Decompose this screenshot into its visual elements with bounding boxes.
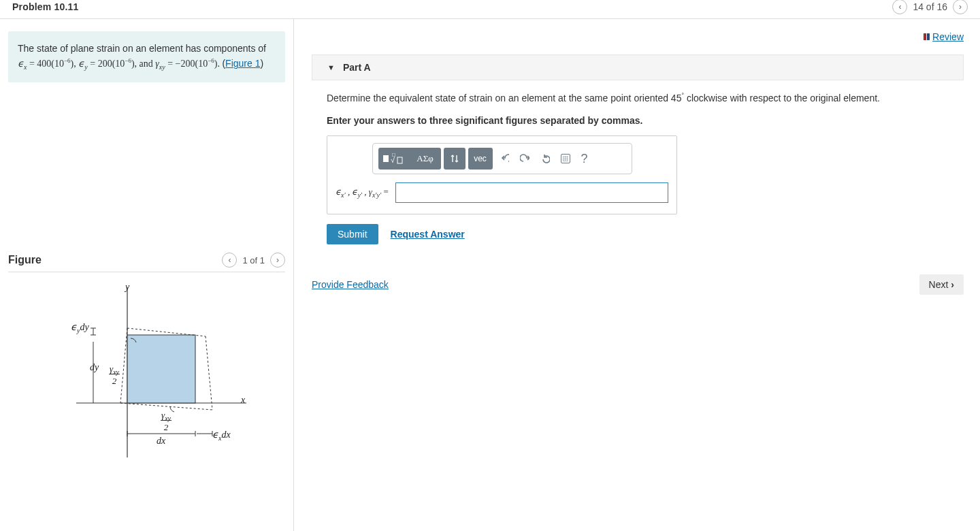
top-nav: ‹ 14 of 16 ›	[892, 0, 968, 14]
figure-title: Figure	[8, 254, 42, 266]
problem-statement: The state of plane strain on an element …	[8, 31, 285, 82]
figure-link[interactable]: Figure 1	[225, 58, 260, 69]
subscript-button[interactable]	[444, 148, 466, 170]
caret-down-icon: ▼	[327, 63, 335, 71]
part-a-title: Part A	[343, 62, 371, 73]
svg-rect-2	[127, 335, 195, 403]
question-prompt: Determine the equivalent state of strain…	[327, 91, 949, 106]
question-body: Determine the equivalent state of strain…	[312, 91, 964, 244]
ex-exp: −6	[64, 58, 71, 65]
top-header: Problem 10.11 ‹ 14 of 16 ›	[0, 0, 980, 19]
provide-feedback-link[interactable]: Provide Feedback	[312, 279, 389, 290]
figure-canvas: y x ϵydy dy γxy2 γxy2 dx ϵxdx	[22, 280, 267, 471]
figure-prev-button[interactable]: ‹	[222, 253, 237, 268]
axis-x-label: x	[241, 395, 245, 406]
templates-button[interactable]: □ √	[378, 148, 410, 170]
chevron-right-icon: ›	[951, 279, 954, 290]
answer-variables-label: ϵx′ , ϵy′ , γx′y′ =	[336, 187, 389, 199]
answer-frame: □ √ ΑΣφ vec	[327, 135, 677, 214]
answer-input[interactable]	[395, 182, 668, 203]
flag-icon	[924, 33, 930, 40]
request-answer-link[interactable]: Request Answer	[391, 229, 465, 240]
next-button[interactable]: Next ›	[919, 274, 964, 295]
svg-rect-12	[383, 155, 389, 162]
equation-toolbar: □ √ ΑΣφ vec	[372, 143, 632, 174]
submit-button[interactable]: Submit	[327, 224, 378, 244]
eydy-label: ϵydy	[71, 321, 89, 334]
figure-section: Figure ‹ 1 of 1 ›	[8, 253, 285, 471]
ex-value: 400(10	[37, 59, 64, 69]
exdx-label: ϵxdx	[212, 429, 231, 442]
review-link[interactable]: Review	[924, 31, 964, 42]
problem-title: Problem 10.11	[12, 1, 79, 12]
gxy-value: −200(10	[176, 59, 208, 69]
right-column: Review ▼ Part A Determine the equivalent…	[294, 19, 980, 531]
figure-nav: ‹ 1 of 1 ›	[222, 253, 285, 268]
redo-button[interactable]	[516, 148, 534, 170]
gxy2-bot-label: γxy2	[161, 410, 172, 433]
ey-exp: −6	[125, 58, 131, 65]
gxy2-left-label: γxy2	[109, 364, 120, 387]
dy-label: dy	[90, 362, 99, 373]
greek-button[interactable]: ΑΣφ	[410, 148, 441, 170]
progress-counter: 14 of 16	[913, 1, 947, 12]
vector-button[interactable]: vec	[468, 148, 493, 170]
keyboard-button[interactable]	[557, 148, 574, 170]
axis-y-label: y	[125, 282, 129, 293]
figure-next-button[interactable]: ›	[270, 253, 285, 268]
part-a-header[interactable]: ▼ Part A	[312, 54, 964, 80]
next-problem-button[interactable]: ›	[953, 0, 968, 14]
problem-intro: The state of plane strain on an element …	[18, 43, 266, 54]
ey-value: 200(10	[98, 59, 125, 69]
svg-rect-15	[397, 157, 402, 163]
gxy-exp: −6	[208, 58, 214, 65]
answer-hint: Enter your answers to three significant …	[327, 115, 949, 126]
reset-button[interactable]	[536, 148, 554, 170]
left-column: The state of plane strain on an element …	[0, 19, 294, 531]
help-button[interactable]: ?	[577, 152, 592, 166]
figure-counter: 1 of 1	[242, 255, 265, 266]
undo-button[interactable]	[495, 148, 513, 170]
keyboard-icon	[561, 154, 570, 163]
dx-label: dx	[157, 436, 165, 447]
prev-problem-button[interactable]: ‹	[892, 0, 907, 14]
svg-text:√: √	[391, 156, 395, 164]
